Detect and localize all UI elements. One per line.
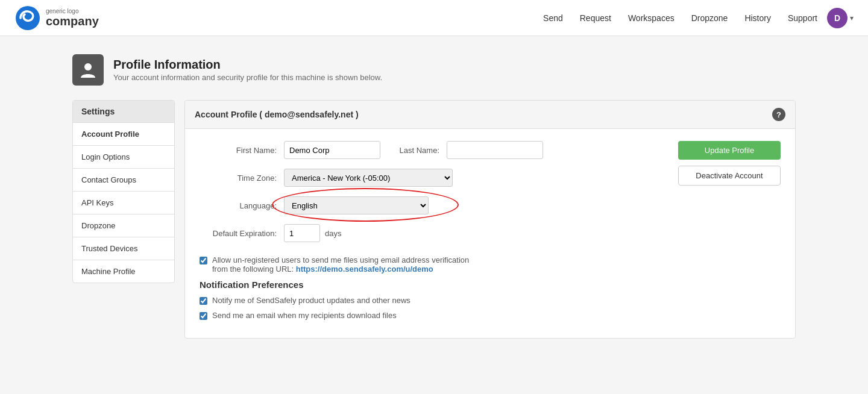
- language-label: Language:: [200, 201, 284, 210]
- logo-icon: [14, 5, 41, 31]
- language-highlight: English Français Español Deutsch: [284, 196, 429, 214]
- expiration-row: Default Expiration: days: [200, 224, 543, 242]
- main-layout: Settings Account Profile Login Options C…: [72, 100, 796, 339]
- expiration-input[interactable]: [284, 224, 320, 242]
- page-subtitle: Your account information and security pr…: [113, 73, 382, 82]
- page-title: Profile Information: [113, 58, 382, 72]
- unregistered-url-link[interactable]: https://demo.sendsafely.com/u/demo: [296, 264, 433, 274]
- allow-unregistered-text: Allow un-registered users to send me fil…: [212, 255, 469, 274]
- last-name-input[interactable]: [447, 141, 543, 159]
- first-name-input[interactable]: [284, 141, 380, 159]
- notify-download-label: Send me an email when my recipients down…: [212, 311, 397, 320]
- panel-body: First Name: Last Name: Time Zone: Americ…: [185, 129, 795, 338]
- deactivate-account-button[interactable]: Deactivate Account: [678, 166, 781, 186]
- nav-send[interactable]: Send: [543, 13, 563, 23]
- form-actions: Update Profile Deactivate Account: [678, 141, 781, 186]
- timezone-row: Time Zone: America - New York (-05:00) A…: [200, 169, 543, 187]
- notify-download-row: Send me an email when my recipients down…: [200, 311, 781, 320]
- nav-dropzone[interactable]: Dropzone: [691, 13, 728, 23]
- nav-support[interactable]: Support: [788, 13, 817, 23]
- notify-updates-row: Notify me of SendSafely product updates …: [200, 296, 781, 305]
- panel-header-title: Account Profile ( demo@sendsafely.net ): [195, 110, 359, 119]
- profile-header-text: Profile Information Your account informa…: [113, 58, 382, 82]
- svg-point-0: [16, 6, 40, 30]
- sidebar-item-contact-groups[interactable]: Contact Groups: [73, 168, 174, 191]
- timezone-label: Time Zone:: [200, 174, 284, 183]
- user-avatar[interactable]: D: [827, 8, 848, 28]
- content-panel: Account Profile ( demo@sendsafely.net ) …: [184, 100, 796, 339]
- panel-header: Account Profile ( demo@sendsafely.net ) …: [185, 101, 795, 129]
- language-row: Language: English Français Español Deuts…: [200, 196, 543, 214]
- sidebar-item-api-keys[interactable]: API Keys: [73, 191, 174, 214]
- names-row: First Name: Last Name:: [200, 141, 543, 159]
- update-profile-button[interactable]: Update Profile: [678, 141, 781, 160]
- avatar-dropdown-arrow[interactable]: ▾: [850, 14, 854, 22]
- logo-small-text: generic logo: [46, 8, 99, 14]
- notify-updates-label: Notify me of SendSafely product updates …: [212, 296, 410, 305]
- profile-icon-wrap: [72, 54, 104, 86]
- allow-unregistered-row: Allow un-registered users to send me fil…: [200, 255, 781, 274]
- timezone-select[interactable]: America - New York (-05:00) America - Ch…: [284, 169, 453, 187]
- sidebar-item-trusted-devices[interactable]: Trusted Devices: [73, 237, 174, 260]
- sidebar-item-machine-profile[interactable]: Machine Profile: [73, 260, 174, 283]
- navbar-links: Send Request Workspaces Dropzone History…: [543, 13, 817, 23]
- notify-download-checkbox[interactable]: [200, 312, 207, 320]
- expiration-label: Default Expiration:: [200, 229, 284, 238]
- help-icon[interactable]: ?: [772, 108, 785, 121]
- sidebar-item-account-profile[interactable]: Account Profile: [73, 122, 174, 145]
- logo-big-text: company: [46, 14, 99, 28]
- sidebar-item-dropzone[interactable]: Dropzone: [73, 214, 174, 237]
- page-content: Profile Information Your account informa…: [48, 36, 820, 357]
- language-select[interactable]: English Français Español Deutsch: [284, 196, 429, 214]
- sidebar-header: Settings: [73, 101, 174, 122]
- nav-history[interactable]: History: [744, 13, 771, 23]
- nav-workspaces[interactable]: Workspaces: [628, 13, 675, 23]
- sidebar: Settings Account Profile Login Options C…: [72, 100, 175, 283]
- last-name-label: Last Name:: [380, 146, 447, 155]
- notification-title: Notification Preferences: [200, 280, 781, 290]
- navbar: generic logo company Send Request Worksp…: [0, 0, 868, 36]
- profile-header: Profile Information Your account informa…: [72, 54, 796, 86]
- days-label: days: [325, 229, 341, 238]
- sidebar-item-login-options[interactable]: Login Options: [73, 145, 174, 168]
- logo[interactable]: generic logo company: [14, 5, 99, 31]
- allow-unregistered-checkbox[interactable]: [200, 257, 207, 264]
- svg-point-1: [84, 63, 92, 70]
- notify-updates-checkbox[interactable]: [200, 297, 207, 305]
- nav-request[interactable]: Request: [580, 13, 611, 23]
- first-name-label: First Name:: [200, 146, 284, 155]
- person-icon: [79, 61, 97, 79]
